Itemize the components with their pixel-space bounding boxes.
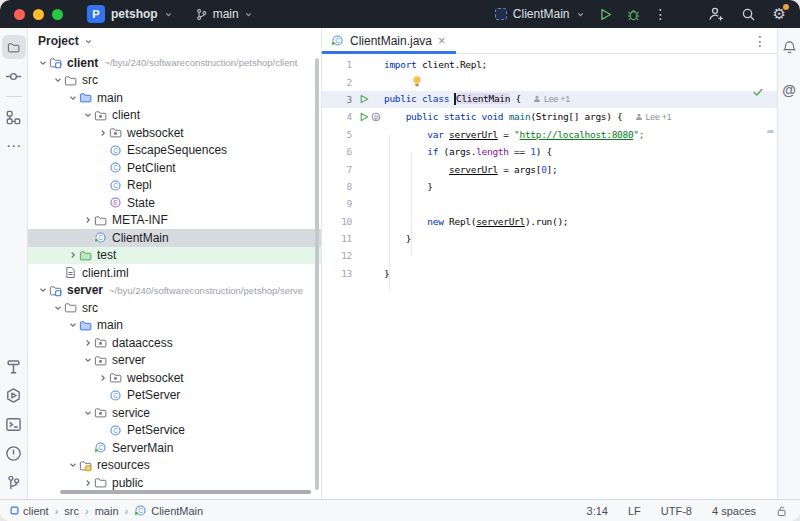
project-panel-header[interactable]: Project: [28, 28, 321, 54]
run-play-icon[interactable]: [598, 7, 613, 22]
terminal-tool-button[interactable]: [2, 412, 26, 436]
services-tool-button[interactable]: [2, 383, 26, 407]
notifications-button[interactable]: [777, 35, 800, 59]
code-line-3[interactable]: 3public class ClientMain {Lee +1: [322, 91, 777, 108]
author-inlay-hint[interactable]: Lee +1: [533, 94, 570, 104]
search-icon[interactable]: [741, 7, 756, 22]
tree-item-dataaccess[interactable]: dataaccess: [28, 334, 321, 352]
code-line-11[interactable]: 11 }: [322, 230, 777, 247]
caret-position[interactable]: 3:14: [587, 505, 608, 517]
tree-item-public[interactable]: public: [28, 474, 321, 492]
chevron-closed-icon[interactable]: [81, 215, 94, 225]
tree-item-petclient[interactable]: CPetClient: [28, 159, 321, 177]
settings-gear-icon[interactable]: ⚙: [773, 6, 786, 22]
project-horizontal-scrollbar[interactable]: [60, 490, 311, 494]
code-editor[interactable]: 1import client.Repl;23public class Clien…: [322, 54, 777, 499]
minimize-window-button[interactable]: [33, 9, 44, 20]
chevron-open-icon[interactable]: [36, 58, 49, 68]
code-line-12[interactable]: 12: [322, 247, 777, 264]
project-vertical-scrollbar[interactable]: [315, 58, 319, 490]
chevron-closed-icon[interactable]: [81, 478, 94, 488]
breadcrumb-clientmain[interactable]: CClientMain: [134, 504, 203, 517]
file-encoding[interactable]: UTF-8: [661, 505, 692, 517]
code-line-1[interactable]: 1import client.Repl;: [322, 56, 777, 73]
ai-assistant-button[interactable]: @: [777, 78, 800, 102]
commit-tool-button[interactable]: [2, 64, 26, 88]
project-tool-button[interactable]: [2, 35, 26, 59]
chevron-closed-icon[interactable]: [66, 250, 79, 260]
chevron-open-icon[interactable]: [66, 460, 79, 470]
build-tool-button[interactable]: [2, 354, 26, 378]
chevron-open-icon[interactable]: [81, 355, 94, 365]
more-vertical-icon[interactable]: ⋮: [654, 9, 668, 19]
code-line-9[interactable]: 9: [322, 195, 777, 212]
breadcrumb-src[interactable]: src: [64, 505, 79, 517]
code-line-2[interactable]: 2: [322, 73, 777, 90]
run-configuration-selector[interactable]: ClientMain: [495, 7, 585, 21]
chevron-closed-icon[interactable]: [96, 373, 109, 383]
tree-item-clientmain[interactable]: CClientMain: [28, 229, 321, 247]
run-line-icon[interactable]: [359, 112, 369, 122]
tab-options-icon[interactable]: ⋮: [753, 36, 777, 46]
chevron-open-icon[interactable]: [81, 408, 94, 418]
breadcrumb-main[interactable]: main: [95, 505, 119, 517]
editor-tab-clientmain[interactable]: C ClientMain.java ×: [322, 28, 456, 54]
chevron-closed-icon[interactable]: [81, 338, 94, 348]
tree-item-meta-inf[interactable]: META-INF: [28, 212, 321, 230]
tree-item-main[interactable]: main: [28, 89, 321, 107]
ok-check-icon[interactable]: [752, 86, 764, 98]
tree-item-main[interactable]: main: [28, 317, 321, 335]
intention-bulb-icon[interactable]: [412, 75, 422, 88]
add-user-icon[interactable]: [708, 6, 724, 22]
annotation-icon[interactable]: @: [371, 112, 381, 122]
more-tools-button[interactable]: ⋯: [2, 134, 26, 158]
tree-item-test[interactable]: test: [28, 247, 321, 265]
author-inlay-hint[interactable]: Lee +1: [635, 112, 672, 122]
vcs-tool-button[interactable]: [2, 470, 26, 494]
close-window-button[interactable]: [14, 9, 25, 20]
tree-item-petservice[interactable]: CPetService: [28, 422, 321, 440]
tree-item-client[interactable]: client~/byu/240/softwareconstruction/pet…: [28, 54, 321, 72]
tree-item-petserver[interactable]: CPetServer: [28, 387, 321, 405]
code-line-13[interactable]: 13}: [322, 265, 777, 282]
tree-item-src[interactable]: src: [28, 299, 321, 317]
tree-item-client-iml[interactable]: client.iml: [28, 264, 321, 282]
tree-item-server[interactable]: server: [28, 352, 321, 370]
chevron-open-icon[interactable]: [81, 110, 94, 120]
tree-item-escapesequences[interactable]: CEscapeSequences: [28, 142, 321, 160]
code-line-8[interactable]: 8 }: [322, 178, 777, 195]
tree-item-websocket[interactable]: websocket: [28, 369, 321, 387]
tree-item-servermain[interactable]: CServerMain: [28, 439, 321, 457]
tree-item-resources[interactable]: resources: [28, 457, 321, 475]
tree-item-service[interactable]: service: [28, 404, 321, 422]
problems-tool-button[interactable]: [2, 441, 26, 465]
zoom-window-button[interactable]: [52, 9, 63, 20]
chevron-open-icon[interactable]: [51, 303, 64, 313]
tree-item-src[interactable]: src: [28, 72, 321, 90]
chevron-open-icon[interactable]: [51, 75, 64, 85]
code-line-6[interactable]: 6 if (args.length == 1) {: [322, 143, 777, 160]
chevron-closed-icon[interactable]: [96, 128, 109, 138]
chevron-open-icon[interactable]: [66, 93, 79, 103]
line-separator[interactable]: LF: [628, 505, 641, 517]
vcs-branch-widget[interactable]: main: [195, 7, 253, 21]
run-line-icon[interactable]: [359, 94, 369, 104]
tree-item-websocket[interactable]: websocket: [28, 124, 321, 142]
code-line-5[interactable]: 5 var serverUrl = "http://localhost:8080…: [322, 126, 777, 143]
indent-setting[interactable]: 4 spaces: [712, 505, 756, 517]
code-line-7[interactable]: 7 serverUrl = args[0];: [322, 160, 777, 177]
debug-bug-icon[interactable]: [626, 7, 641, 22]
tree-item-repl[interactable]: CRepl: [28, 177, 321, 195]
unlock-icon[interactable]: [776, 505, 788, 517]
chevron-open-icon[interactable]: [66, 320, 79, 330]
close-tab-icon[interactable]: ×: [438, 36, 446, 46]
code-line-4[interactable]: 4@ public static void main(String[] args…: [322, 108, 777, 125]
code-line-10[interactable]: 10 new Repl(serverUrl).run();: [322, 213, 777, 230]
structure-tool-button[interactable]: [2, 105, 26, 129]
tree-item-state[interactable]: EState: [28, 194, 321, 212]
chevron-open-icon[interactable]: [36, 285, 49, 295]
breadcrumb-client[interactable]: client: [10, 505, 49, 517]
tree-item-client[interactable]: client: [28, 107, 321, 125]
project-widget[interactable]: P petshop: [87, 5, 173, 23]
tree-item-server[interactable]: server~/byu/240/softwareconstruction/pet…: [28, 282, 321, 300]
